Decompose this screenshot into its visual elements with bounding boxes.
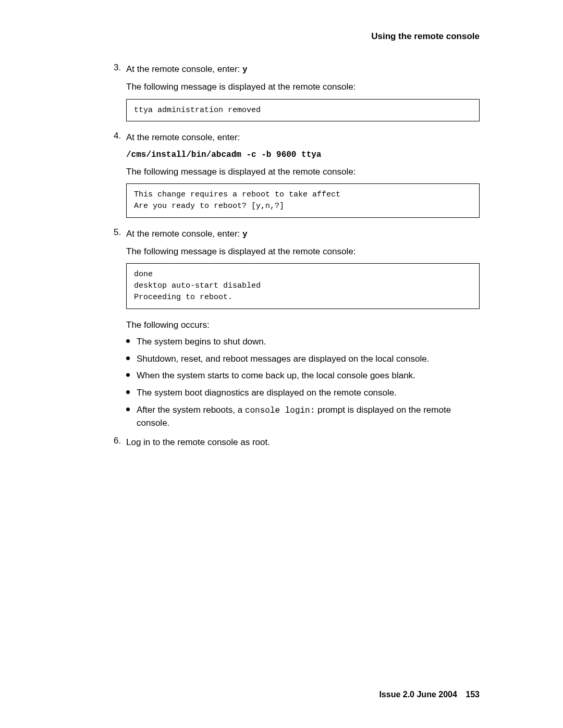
list-item: After the system reboots, a console logi… <box>126 404 480 430</box>
step-4-command: /cms/install/bin/abcadm -c -b 9600 ttya <box>126 149 480 161</box>
step-6-text: Log in to the remote console as root. <box>126 436 480 449</box>
step-3-intro-text: At the remote console, enter: <box>126 64 242 74</box>
step-5-intro-code: y <box>242 230 248 239</box>
step-3: 3. At the remote console, enter: y The f… <box>114 63 480 121</box>
step-5-after: The following message is displayed at th… <box>126 245 480 258</box>
step-4: 4. At the remote console, enter: /cms/in… <box>114 131 480 218</box>
step-5-occurs: The following occurs: <box>126 318 480 332</box>
step-3-intro-code: y <box>242 65 248 75</box>
step-3-intro: At the remote console, enter: y <box>126 63 480 76</box>
step-5-intro-text: At the remote console, enter: <box>126 229 242 239</box>
footer-page-number: 153 <box>466 690 480 699</box>
page-content: 3. At the remote console, enter: y The f… <box>114 63 480 449</box>
step-4-codeblock: This change requires a reboot to take af… <box>126 183 480 218</box>
step-5-intro: At the remote console, enter: y <box>126 227 480 241</box>
step-5-codeblock: done desktop auto-start disabled Proceed… <box>126 263 480 309</box>
step-5: 5. At the remote console, enter: y The f… <box>114 227 480 430</box>
step-6: 6. Log in to the remote console as root. <box>114 436 480 449</box>
step-number: 6. <box>114 436 121 446</box>
footer-issue: Issue 2.0 June 2004 <box>379 690 457 699</box>
list-item: The system boot diagnostics are displaye… <box>126 387 480 400</box>
step-3-after: The following message is displayed at th… <box>126 80 480 94</box>
step-number: 3. <box>114 63 121 73</box>
step-number: 5. <box>114 227 121 238</box>
page-header: Using the remote console <box>83 31 480 42</box>
step-number: 4. <box>114 131 121 141</box>
step-4-after: The following message is displayed at th… <box>126 165 480 179</box>
step-3-codeblock: ttya administration removed <box>126 99 480 122</box>
list-item: The system begins to shut down. <box>126 336 480 349</box>
page-footer: Issue 2.0 June 2004 153 <box>379 690 480 699</box>
document-page: Using the remote console 3. At the remot… <box>0 0 563 728</box>
list-item: Shutdown, reset, and reboot messages are… <box>126 353 480 366</box>
step-4-intro: At the remote console, enter: <box>126 131 480 144</box>
bullet5-pre: After the system reboots, a <box>137 405 245 415</box>
step-5-bullets: The system begins to shut down. Shutdown… <box>126 336 480 429</box>
list-item: When the system starts to come back up, … <box>126 369 480 382</box>
bullet5-code: console login: <box>245 406 315 415</box>
